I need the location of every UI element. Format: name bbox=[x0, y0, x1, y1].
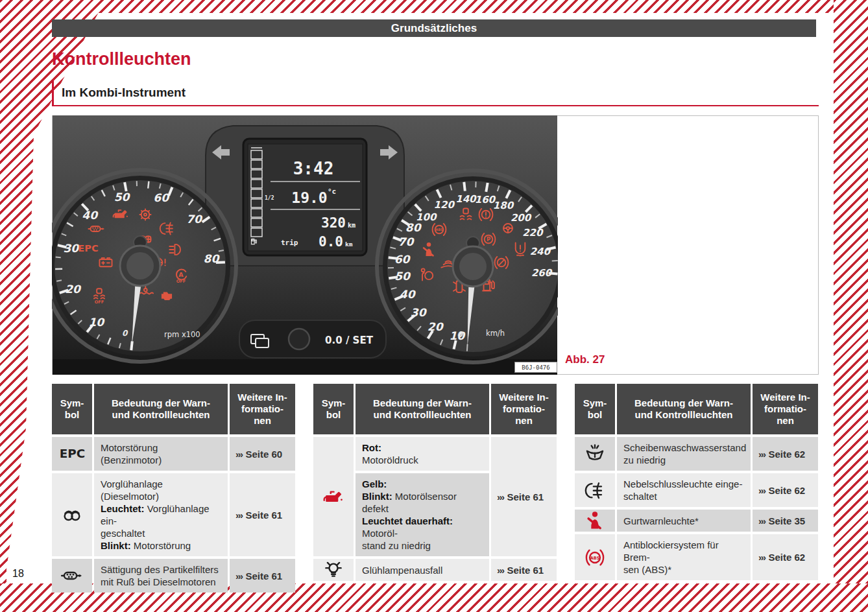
meaning-text: Gurtwarnleuchte* bbox=[623, 515, 699, 527]
tachometer-unit-label: rpm x100 bbox=[164, 330, 200, 339]
table-row: Sättigung des Partikelfilters mit Ruß be… bbox=[52, 559, 295, 593]
chevron-icon: ››› bbox=[235, 570, 243, 582]
table-row: Glühlampenausfall›››Seite 61 bbox=[313, 559, 557, 581]
figure-kombi-instrument: 1020304050607080EPCAOFFOFF0rpm x100 1020… bbox=[52, 115, 819, 375]
meaning-cell: Motorstörung (Benzinmotor) bbox=[94, 437, 228, 471]
page-reference-label: Seite 60 bbox=[246, 448, 283, 460]
symbol-cell bbox=[313, 437, 354, 556]
gauge-number: 70 bbox=[398, 235, 415, 248]
set-button-label: 0.0 / SET bbox=[325, 335, 374, 346]
table-row: Vorglühanlage (Dieselmotor) Leuchtet: Vo… bbox=[52, 473, 295, 556]
page-reference: ›››Seite 62 bbox=[753, 473, 818, 507]
cluster-control-strip: 0.0 / SET bbox=[239, 320, 386, 358]
rear-fog-icon bbox=[584, 479, 606, 501]
fuel-half-mark: 1/2 bbox=[265, 195, 274, 201]
page-reference: ›››Seite 61 bbox=[230, 473, 295, 556]
meaning-cell: Glühlampenausfall bbox=[356, 559, 489, 581]
page-reference-label: Seite 61 bbox=[246, 509, 283, 521]
lcd-clock: 3:42 bbox=[293, 159, 334, 178]
lcd-trip-unit: km bbox=[345, 241, 353, 248]
trip-reset-knob bbox=[289, 329, 309, 349]
page-reference: ›››Seite 62 bbox=[753, 437, 818, 471]
meaning-cell-split: Rot: MotoröldruckGelb: Blinkt: Motorölse… bbox=[356, 437, 489, 556]
table-header-symbol: Sym- bol bbox=[575, 384, 615, 434]
meaning-text: Glühlampenausfall bbox=[362, 564, 442, 576]
symbol-cell bbox=[52, 559, 92, 593]
gauge-number: 260 bbox=[531, 267, 553, 279]
chevron-icon: ››› bbox=[758, 484, 766, 497]
gauge-number: 220 bbox=[522, 227, 544, 239]
symbol-cell: EPC bbox=[52, 437, 92, 471]
gauge-number: 70 bbox=[186, 213, 203, 226]
lcd-trip-value: 0.0 bbox=[319, 234, 343, 250]
meaning-cell: Gurtwarnleuchte* bbox=[617, 510, 751, 532]
lcd-temperature-unit: °c bbox=[328, 187, 336, 196]
page-reference: ›››Seite 61 bbox=[230, 559, 295, 593]
chevron-icon: ››› bbox=[758, 551, 766, 563]
figure-caption: Abb. 27 bbox=[565, 353, 605, 366]
lcd-display: 3:42 19.0 °c 320 km trip 0.0 km 1/2 bbox=[243, 139, 367, 255]
gauge-number: 180 bbox=[493, 200, 514, 211]
svg-text:ABS: ABS bbox=[435, 228, 443, 231]
gauge-number: 50 bbox=[394, 270, 411, 283]
chevron-icon: ››› bbox=[758, 515, 766, 527]
svg-text:ABS: ABS bbox=[590, 555, 600, 560]
meaning-cell: Nebelschlussleuchte einge- schaltet bbox=[617, 473, 751, 507]
table-row: EPCMotorstörung (Benzinmotor)›››Seite 60 bbox=[52, 437, 295, 471]
page-reference-label: Seite 61 bbox=[246, 570, 283, 582]
warning-light-tables: Sym- bolBedeutung der Warn- und Kontroll… bbox=[52, 384, 819, 593]
chevron-icon: ››› bbox=[497, 491, 504, 503]
svg-text:EPC: EPC bbox=[78, 242, 98, 253]
meaning-text: Antiblockiersystem für Brem- sen (ABS)* bbox=[623, 539, 744, 576]
gauge-number: 60 bbox=[153, 191, 170, 204]
svg-text:OFF: OFF bbox=[176, 279, 186, 284]
page-reference-label: Seite 62 bbox=[769, 551, 806, 563]
symbol-cell bbox=[313, 559, 354, 581]
subsection-label: Im Kombi-Instrument bbox=[62, 86, 186, 100]
symbol-table: Sym- bolBedeutung der Warn- und Kontroll… bbox=[52, 384, 295, 593]
page-title: Kontrollleuchten bbox=[52, 49, 191, 69]
meaning-text: Nebelschlussleuchte einge- schaltet bbox=[623, 478, 742, 502]
page-number: 18 bbox=[12, 568, 24, 580]
symbol-cell bbox=[575, 473, 615, 507]
gauge-number: 40 bbox=[82, 209, 99, 222]
meaning-cell: Sättigung des Partikelfilters mit Ruß be… bbox=[94, 559, 228, 593]
lcd-odometer: 320 bbox=[321, 215, 346, 231]
table-row: Rot: MotoröldruckGelb: Blinkt: Motorölse… bbox=[313, 437, 557, 556]
needle-hub-center bbox=[127, 252, 154, 279]
svg-text:EPC: EPC bbox=[59, 447, 85, 460]
abs-icon: ABS bbox=[584, 547, 606, 569]
page-reference: ›››Seite 35 bbox=[753, 510, 818, 532]
symbol-cell bbox=[575, 437, 615, 471]
gauge-number: 20 bbox=[65, 283, 82, 296]
page-reference: ›››Seite 61 bbox=[491, 437, 557, 556]
speedometer-gauge: 1020304050607080100120140160180200220240… bbox=[377, 171, 558, 362]
gauge-number: 10 bbox=[88, 316, 105, 329]
gauge-number: 20 bbox=[428, 320, 444, 333]
lcd-trip-label: trip bbox=[281, 239, 298, 247]
epc-warning-icon: EPC bbox=[78, 242, 98, 253]
symbol-cell bbox=[575, 510, 615, 532]
chevron-icon: ››› bbox=[235, 509, 243, 521]
page-reference: ›››Seite 62 bbox=[753, 534, 818, 580]
svg-text:P: P bbox=[487, 236, 490, 242]
section-header-bar: Grundsätzliches bbox=[52, 19, 816, 37]
meaning-text: Sättigung des Partikelfilters mit Ruß be… bbox=[101, 563, 219, 588]
table-header-symbol: Sym- bol bbox=[313, 384, 354, 434]
chevron-icon: ››› bbox=[235, 448, 243, 460]
subsection-heading: Im Kombi-Instrument bbox=[52, 80, 819, 106]
instrument-cluster-photo: 1020304050607080EPCAOFFOFF0rpm x100 1020… bbox=[52, 115, 558, 375]
seatbelt-icon bbox=[584, 510, 606, 532]
symbol-cell: ABS bbox=[575, 534, 615, 580]
meaning-cell: Gelb: Blinkt: Motorölsensor defekt Leuch… bbox=[356, 473, 489, 556]
oil-pressure-icon bbox=[322, 486, 344, 508]
meaning-text: Rot: Motoröldruck bbox=[362, 441, 418, 466]
svg-text:OFF: OFF bbox=[95, 300, 104, 305]
symbol-cell bbox=[52, 473, 92, 556]
lcd-temperature: 19.0 bbox=[291, 189, 327, 206]
striped-border-top bbox=[0, 0, 868, 13]
chevron-icon: ››› bbox=[758, 448, 766, 460]
gauge-number: 200 bbox=[511, 212, 532, 224]
symbol-table: Sym- bolBedeutung der Warn- und Kontroll… bbox=[575, 384, 818, 593]
gauge-number: 120 bbox=[434, 199, 455, 211]
